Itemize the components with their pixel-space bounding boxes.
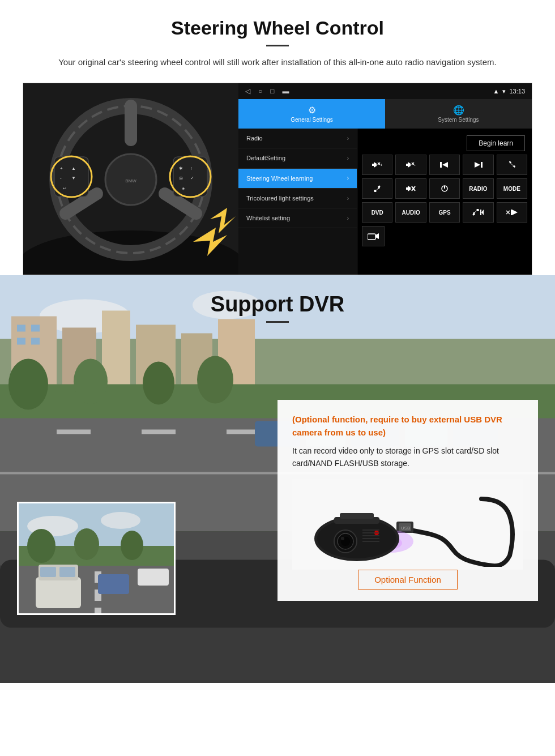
audio-label: AUDIO <box>402 210 420 216</box>
begin-learn-button[interactable]: Begin learn <box>467 135 525 151</box>
svg-point-68 <box>8 359 48 410</box>
dvr-optional-text: (Optional function, require to buy exter… <box>292 413 523 439</box>
home-icon: ○ <box>258 87 262 95</box>
svg-rect-45 <box>480 210 481 215</box>
screenshot-container: BMW + ▲ - ▼ ↩ ✱ ↑ ◎ ✓ ◈ <box>23 83 532 275</box>
vol-up-btn[interactable]: + <box>362 155 392 175</box>
svg-text:↑: ↑ <box>190 166 193 171</box>
steering-title: Steering Wheel Control <box>23 17 532 39</box>
recents-icon: □ <box>270 87 274 95</box>
svg-marker-40 <box>408 186 411 191</box>
svg-rect-74 <box>57 430 91 434</box>
optional-function-button[interactable]: Optional Function <box>358 570 458 590</box>
dvd-label: DVD <box>372 210 383 216</box>
chevron-right-icon: › <box>347 175 349 181</box>
ctrl-row-4 <box>362 226 527 246</box>
ctrl-row-1: + - <box>362 155 527 175</box>
camera-svg: USB <box>300 482 515 567</box>
menu-item-whitelist-label: Whitelist setting <box>246 214 290 222</box>
next-btn[interactable] <box>463 155 493 175</box>
svg-rect-25 <box>372 164 374 166</box>
gps-label: GPS <box>438 210 450 216</box>
hang-up-btn[interactable] <box>362 178 392 199</box>
steering-wheel-svg: BMW + ▲ - ▼ ↩ ✱ ↑ ◎ ✓ ◈ <box>23 83 238 275</box>
svg-rect-51 <box>368 234 375 240</box>
svg-text:-: - <box>60 176 62 181</box>
steering-photo: BMW + ▲ - ▼ ↩ ✱ ↑ ◎ ✓ ◈ <box>23 83 238 275</box>
android-ui: ◁ ○ □ ▬ ▲ ▾ 13:13 ⚙ General Settings 🌐 S… <box>238 83 532 275</box>
svg-marker-52 <box>375 233 379 239</box>
svg-point-109 <box>74 528 99 560</box>
radio-label: RADIO <box>469 186 487 192</box>
wifi-icon: ▾ <box>502 88 506 95</box>
phone-btn[interactable] <box>497 155 527 175</box>
title-divider <box>266 45 289 46</box>
svg-rect-35 <box>440 162 442 168</box>
signal-icon: ▲ <box>493 88 500 95</box>
android-tabs: ⚙ General Settings 🌐 System Settings <box>238 99 532 129</box>
dvr-camera-illustration: USB <box>292 479 523 570</box>
general-settings-icon: ⚙ <box>308 105 316 116</box>
cut-next-btn[interactable] <box>497 202 527 223</box>
tab-general[interactable]: ⚙ General Settings <box>238 99 385 129</box>
dvr-thumbnail <box>17 502 176 615</box>
svg-text:USB: USB <box>401 526 410 531</box>
svg-rect-97 <box>340 513 374 519</box>
prev-btn[interactable] <box>429 155 460 175</box>
status-time: 13:13 <box>509 88 525 95</box>
vol-down-btn[interactable]: - <box>395 155 426 175</box>
chevron-right-icon: › <box>347 135 349 142</box>
phone-prev-btn[interactable] <box>463 202 493 223</box>
menu-item-steering[interactable]: Steering Wheel learning › <box>238 169 357 189</box>
svg-rect-30 <box>406 164 408 166</box>
menu-item-steering-label: Steering Wheel learning <box>246 174 313 182</box>
svg-rect-66 <box>31 338 40 345</box>
svg-text:↩: ↩ <box>63 186 66 190</box>
svg-text:+: + <box>60 166 63 171</box>
menu-list: Radio › DefaultSetting › Steering Wheel … <box>238 129 357 275</box>
audio-btn[interactable]: AUDIO <box>395 202 426 223</box>
mode-btn[interactable]: MODE <box>497 178 527 199</box>
dvd-btn[interactable]: DVD <box>362 202 392 223</box>
svg-marker-50 <box>512 210 518 215</box>
svg-marker-26 <box>374 162 377 168</box>
menu-icon: ▬ <box>283 87 289 95</box>
ctrl-row-3: DVD AUDIO GPS <box>362 202 527 223</box>
tab-system[interactable]: 🌐 System Settings <box>385 99 532 129</box>
menu-item-tricolour[interactable]: Tricoloured light settings › <box>238 189 357 208</box>
svg-point-95 <box>341 537 344 540</box>
menu-item-whitelist[interactable]: Whitelist setting › <box>238 208 357 228</box>
control-panel: Begin learn + - <box>357 129 532 275</box>
thumbnail-svg <box>19 503 176 615</box>
chevron-right-icon: › <box>347 155 349 161</box>
svg-text:BMW: BMW <box>125 178 136 183</box>
svg-rect-117 <box>36 577 81 608</box>
svg-marker-31 <box>408 162 411 168</box>
svg-marker-36 <box>442 162 448 168</box>
android-content: Radio › DefaultSetting › Steering Wheel … <box>238 129 532 275</box>
menu-item-radio[interactable]: Radio › <box>238 129 357 148</box>
steering-subtitle: Your original car's steering wheel contr… <box>45 55 510 69</box>
svg-text:▼: ▼ <box>71 176 76 181</box>
mode-label: MODE <box>503 186 520 192</box>
svg-rect-65 <box>17 338 25 345</box>
svg-rect-116 <box>98 574 129 594</box>
dvr-section: Support DVR (Optional function, require … <box>0 275 555 683</box>
svg-text:✓: ✓ <box>190 176 194 181</box>
gps-btn[interactable]: GPS <box>429 202 460 223</box>
menu-item-tricolour-label: Tricoloured light settings <box>246 194 314 202</box>
svg-rect-49 <box>511 210 512 215</box>
dvr-info-box: (Optional function, require to buy exter… <box>278 400 538 601</box>
radio-btn[interactable]: RADIO <box>463 178 493 199</box>
camera-btn[interactable] <box>362 226 385 246</box>
svg-text:+: + <box>380 163 382 168</box>
svg-rect-39 <box>406 187 408 190</box>
menu-item-default[interactable]: DefaultSetting › <box>238 148 357 168</box>
svg-point-70 <box>143 362 174 405</box>
menu-item-default-label: DefaultSetting <box>246 154 285 162</box>
svg-point-106 <box>101 512 140 529</box>
power-btn[interactable] <box>429 178 460 199</box>
mute-btn[interactable] <box>395 178 426 199</box>
svg-point-110 <box>121 531 143 560</box>
svg-point-69 <box>74 359 108 404</box>
